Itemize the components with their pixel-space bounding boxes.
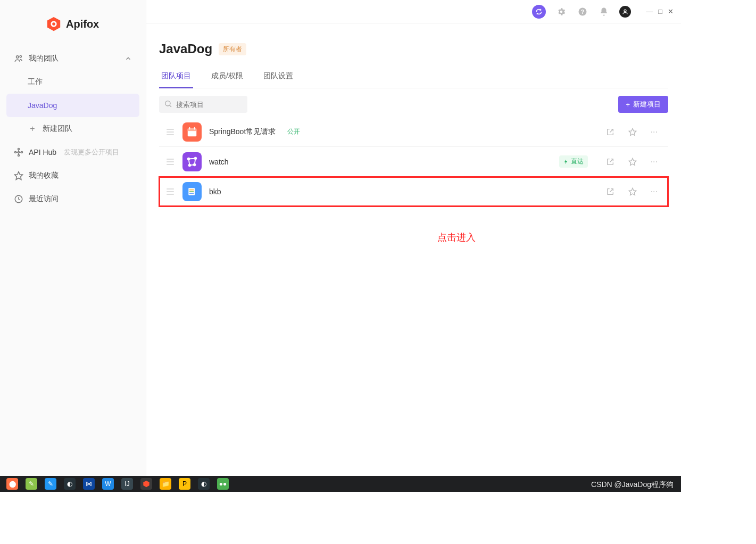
tab-settings[interactable]: 团队设置 [261,66,295,88]
open-external-icon[interactable] [606,158,614,166]
svg-line-16 [170,105,171,107]
sidebar-favorites[interactable]: 我的收藏 [6,164,139,187]
notifications-button[interactable] [598,6,610,18]
star-icon[interactable] [628,158,637,166]
svg-marker-33 [143,481,149,487]
sidebar-new-team[interactable]: + 新建团队 [6,117,139,141]
star-icon[interactable] [628,187,637,196]
svg-point-24 [195,157,197,159]
drag-handle[interactable] [161,188,175,195]
project-icon [182,122,202,142]
quick-access-badge[interactable]: 直达 [559,155,588,168]
svg-point-3 [16,56,19,59]
svg-point-2 [52,22,55,26]
window-controls: — □ ✕ [646,7,674,15]
svg-rect-19 [189,127,190,129]
project-name: SpringBoot常见请求 [209,127,276,137]
sidebar-api-hub[interactable]: API Hub 发现更多公开项目 [6,141,139,164]
more-icon[interactable]: ··· [651,187,658,196]
more-icon[interactable]: ··· [651,127,658,137]
chevron-up-icon [124,55,132,62]
help-button[interactable]: ? [577,6,588,18]
project-row[interactable]: SpringBoot常见请求 公开 ··· [159,117,668,147]
svg-point-15 [165,101,170,106]
annotation-text: 点击进入 [244,231,668,244]
drag-handle[interactable] [161,159,175,165]
close-button[interactable]: ✕ [668,7,674,15]
taskbar-icon[interactable]: ⬤ [6,478,18,490]
logo-text: Apifox [66,18,99,30]
tab-members[interactable]: 成员/权限 [209,66,245,88]
svg-point-7 [18,155,20,156]
sidebar-item-javadog[interactable]: JavaDog [6,94,139,117]
public-badge: 公开 [287,127,300,136]
settings-button[interactable] [555,6,567,18]
taskbar-icon[interactable]: ◐ [64,478,76,490]
clock-icon [14,194,23,204]
tab-projects[interactable]: 团队项目 [159,66,193,88]
tabs: 团队项目 成员/权限 团队设置 [159,66,668,88]
sidebar-my-team[interactable]: 我的团队 [6,47,139,70]
minimize-button[interactable]: — [646,7,653,15]
project-row[interactable]: watch 直达 ··· [159,147,668,177]
search-wrap [159,96,247,113]
sidebar: Apifox 我的团队 工作 JavaDog + [0,0,146,476]
toolbar: ? — □ ✕ [146,0,681,23]
taskbar-icon[interactable]: ✎ [26,478,37,490]
taskbar-icon[interactable] [140,478,152,490]
taskbar-icon[interactable]: 📁 [160,478,171,490]
svg-rect-31 [189,193,194,194]
svg-text:?: ? [581,8,584,14]
svg-point-5 [18,152,20,153]
maximize-button[interactable]: □ [658,7,662,15]
svg-rect-29 [189,189,194,190]
taskbar-icon[interactable]: ✎ [45,478,56,490]
sync-button[interactable] [532,5,546,19]
taskbar-icon[interactable]: ◐ [198,478,210,490]
taskbar-icon[interactable]: ●● [217,478,229,490]
taskbar-icon[interactable]: W [102,478,114,490]
team-header: JavaDog 所有者 [159,42,668,56]
svg-marker-27 [629,158,636,165]
plus-icon: + [626,101,630,109]
team-title: JavaDog [159,42,212,56]
new-project-button[interactable]: + 新建项目 [618,96,668,113]
svg-point-9 [21,152,23,153]
project-name: watch [209,158,229,166]
drag-handle[interactable] [161,129,175,135]
main-content: ? — □ ✕ JavaDog 所有者 团队项目 成员/权限 团队设置 [146,0,681,476]
user-avatar[interactable] [619,6,631,18]
taskbar-icon[interactable]: IJ [121,478,133,490]
svg-point-6 [18,149,20,150]
project-list: SpringBoot常见请求 公开 ··· watch [159,117,668,207]
svg-rect-30 [189,191,194,192]
sidebar-item-work[interactable]: 工作 [6,70,139,94]
svg-rect-20 [194,127,195,129]
owner-badge: 所有者 [219,43,246,55]
svg-point-14 [624,10,626,12]
open-external-icon[interactable] [606,187,614,196]
project-row-highlighted[interactable]: bkb ··· [159,177,668,207]
svg-marker-32 [629,188,636,195]
svg-rect-18 [188,128,197,131]
taskbar-icon[interactable]: ⋈ [83,478,95,490]
taskbar-icon[interactable]: P [179,478,190,490]
project-icon [182,152,202,171]
star-icon [14,171,23,180]
svg-marker-10 [15,172,23,180]
sidebar-recent[interactable]: 最近访问 [6,187,139,211]
team-icon [14,54,23,63]
star-icon[interactable] [628,128,637,136]
taskbar: ⬤ ✎ ✎ ◐ ⋈ W IJ 📁 P ◐ ●● [0,476,681,492]
sidebar-label: 我的团队 [29,54,59,63]
svg-point-8 [15,152,16,153]
hub-icon [14,147,23,157]
svg-point-4 [20,56,21,57]
svg-point-26 [189,164,191,166]
app-logo[interactable]: Apifox [0,6,146,47]
more-icon[interactable]: ··· [651,157,658,167]
logo-icon [46,16,62,32]
svg-point-25 [194,163,196,166]
plus-icon: + [28,125,37,133]
open-external-icon[interactable] [606,128,614,136]
